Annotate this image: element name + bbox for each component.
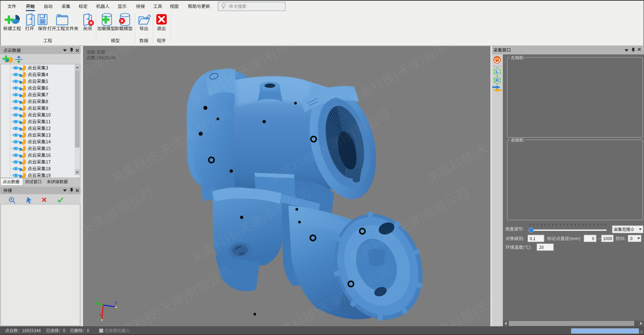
- svg-text:L: L: [496, 69, 499, 74]
- svg-text:R: R: [495, 78, 499, 83]
